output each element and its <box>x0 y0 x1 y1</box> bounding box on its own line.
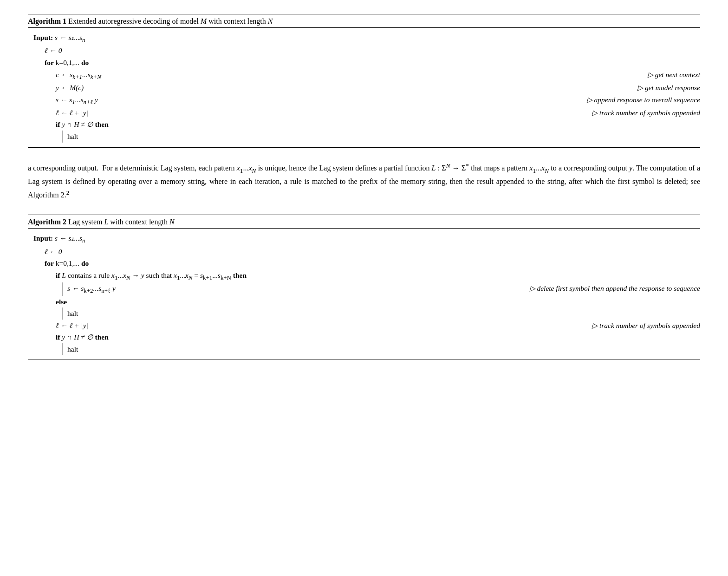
algo1-comment-c: ▷ get next context <box>542 69 700 81</box>
algo1-line-ell-text: ℓ ← ℓ + |y| <box>56 107 542 119</box>
algo1-comment-s: ▷ append response to overall sequence <box>542 94 700 106</box>
algo1-line-y: y ← M(c) ▷ get model response <box>33 82 700 94</box>
algorithm-1-box: Algorithm 1 Extended autoregressive deco… <box>28 14 700 148</box>
algo2-input-text: Input: s ← s₁...sn <box>33 232 700 245</box>
algo2-line-halt2-text: halt <box>62 343 700 355</box>
algorithm-1-body: Input: s ← s₁...sn ℓ ← 0 for k=0,1,... d… <box>28 31 700 144</box>
algo1-input-line: Input: s ← s₁...sn <box>33 32 700 45</box>
algo2-line-for-text: for k=0,1,... do <box>45 257 700 269</box>
algo2-line-ell0-text: ℓ ← 0 <box>45 246 700 258</box>
algo1-line-for-text: for k=0,1,... do <box>45 57 700 69</box>
algo2-title-L: L <box>104 218 108 226</box>
algo2-comment-s: ▷ delete first symbol then append the re… <box>511 282 700 295</box>
algo2-line-if: if L contains a rule x1...xN → y such th… <box>33 269 700 282</box>
algo1-comment-ell: ▷ track number of symbols appended <box>542 107 700 119</box>
algorithm-2-title: Algorithm 2 Lag system L with context le… <box>28 218 700 229</box>
algo2-line-halt2: halt <box>33 343 700 355</box>
algo2-line-halt-else: halt <box>33 308 700 320</box>
algo2-label: Algorithm 2 <box>28 218 66 226</box>
algo1-title-N: N <box>268 17 273 25</box>
algorithm-2-box: Algorithm 2 Lag system L with context le… <box>28 215 700 360</box>
algo2-line-if2: if y ∩ H ≠ ∅ then <box>33 331 700 343</box>
algo1-line-if: if y ∩ H ≠ ∅ then <box>33 118 700 131</box>
algo1-line-ell: ℓ ← ℓ + |y| ▷ track number of symbols ap… <box>33 107 700 119</box>
algo1-line-s: s ← s1...sn+ℓ y ▷ append response to ove… <box>33 94 700 107</box>
algorithm-1-title: Algorithm 1 Extended autoregressive deco… <box>28 17 700 28</box>
algo1-line-1: ℓ ← 0 <box>33 45 700 57</box>
algo2-title-with: with context length <box>108 218 169 226</box>
algo1-line-halt-text: halt <box>62 131 700 143</box>
algo2-line-else-text: else <box>56 296 700 308</box>
algo1-label: Algorithm 1 <box>28 17 66 25</box>
algo1-line-y-text: y ← M(c) <box>56 82 542 94</box>
algo2-line-ell-text: ℓ ← ℓ + |y| <box>56 320 542 332</box>
algo1-title-with: with context length <box>207 17 268 25</box>
algo2-line-ell0: ℓ ← 0 <box>33 246 700 258</box>
algo2-line-ell: ℓ ← ℓ + |y| ▷ track number of symbols ap… <box>33 320 700 332</box>
algo1-line-c: c ← sk+1...sk+N ▷ get next context <box>33 69 700 82</box>
algo1-comment-y: ▷ get model response <box>542 82 700 94</box>
algo2-input-line: Input: s ← s₁...sn <box>33 232 700 245</box>
algo2-line-for: for k=0,1,... do <box>33 257 700 269</box>
algorithm-2-body: Input: s ← s₁...sn ℓ ← 0 for k=0,1,... d… <box>28 231 700 356</box>
algo2-line-s: s ← sk+2...sn+ℓ y ▷ delete first symbol … <box>33 282 700 295</box>
algo2-title-desc: Lag system <box>66 218 104 226</box>
algo1-line-halt: halt <box>33 131 700 143</box>
algo2-line-if2-text: if y ∩ H ≠ ∅ then <box>56 331 700 343</box>
algo1-line-c-text: c ← sk+1...sk+N <box>56 69 542 82</box>
algo1-input-text: Input: s ← s₁...sn <box>33 32 700 45</box>
algo1-line-1-text: ℓ ← 0 <box>45 45 700 57</box>
algo2-title-N: N <box>169 218 175 226</box>
algo2-line-halt-else-text: halt <box>62 308 700 320</box>
algo1-line-for: for k=0,1,... do <box>33 57 700 69</box>
algo2-comment-ell: ▷ track number of symbols appended <box>542 320 700 332</box>
algo1-line-if-text: if y ∩ H ≠ ∅ then <box>56 118 700 131</box>
algo2-line-if-text: if L contains a rule x1...xN → y such th… <box>56 269 700 282</box>
algo1-title-desc: Extended autoregressive decoding of mode… <box>66 17 201 25</box>
algo2-line-else: else <box>33 296 700 308</box>
algo2-line-s-text: s ← sk+2...sn+ℓ y <box>62 282 511 295</box>
prose-paragraph: a corresponding output. For a determinis… <box>28 161 700 202</box>
algo1-line-s-text: s ← s1...sn+ℓ y <box>56 94 542 107</box>
algo1-title-M: M <box>201 17 207 25</box>
